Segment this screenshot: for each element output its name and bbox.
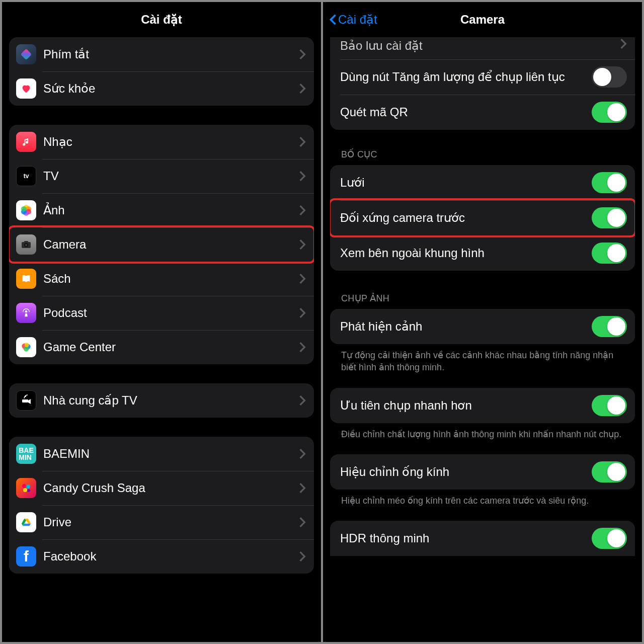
row-label: Hiệu chỉnh ống kính	[340, 464, 592, 479]
switch-volumeup[interactable]	[592, 66, 627, 88]
podcast-icon	[16, 303, 36, 323]
switch-lens[interactable]	[592, 461, 627, 482]
svg-point-20	[27, 489, 30, 492]
chevron-right-icon	[299, 307, 306, 318]
svg-point-19	[23, 488, 27, 492]
svg-point-15	[25, 343, 29, 347]
footer-lens: Hiệu chỉnh méo ống kính trên các camera …	[330, 490, 635, 521]
chevron-right-icon	[299, 395, 306, 406]
back-label: Cài đặt	[338, 13, 377, 27]
row-lens[interactable]: Hiệu chỉnh ống kính	[330, 454, 635, 490]
row-health[interactable]: Sức khỏe	[9, 71, 314, 106]
row-label: Ưu tiên chụp nhanh hơn	[340, 398, 592, 413]
row-scene[interactable]: Phát hiện cảnh	[330, 309, 635, 344]
row-label: Đối xứng camera trước	[340, 210, 592, 225]
baemin-icon: BAEMIN	[16, 444, 36, 464]
back-button[interactable]: Cài đặt	[329, 13, 377, 27]
chevron-right-icon	[299, 482, 306, 494]
row-books[interactable]: Sách	[9, 262, 314, 296]
row-label: Facebook	[43, 549, 295, 564]
row-grid[interactable]: Lưới	[330, 165, 635, 200]
row-preserve[interactable]: Bảo lưu cài đặt	[330, 37, 635, 59]
shortcuts-icon	[16, 44, 36, 64]
chevron-right-icon	[299, 171, 306, 182]
row-label: Quét mã QR	[340, 105, 592, 120]
section-header-layout: BỐ CỤC	[330, 144, 635, 165]
settings-group-1: Nhạc tv TV Ảnh Camera	[9, 125, 314, 364]
settings-group-0: Phím tắt Sức khỏe	[9, 37, 314, 106]
camera-pane: Cài đặt Camera Bảo lưu cài đặt Dùng nút …	[323, 2, 642, 642]
section-header-capture: CHỤP ẢNH	[330, 288, 635, 309]
camera-group-scene: Phát hiện cảnh	[330, 309, 635, 344]
row-hdr[interactable]: HDR thông minh	[330, 521, 635, 556]
chevron-left-icon	[329, 13, 337, 27]
camera-group-lens: Hiệu chỉnh ống kính	[330, 454, 635, 490]
row-podcast[interactable]: Podcast	[9, 296, 314, 330]
switch-faster[interactable]	[592, 395, 627, 416]
row-label: Lưới	[340, 175, 592, 190]
row-label: HDR thông minh	[340, 531, 592, 546]
switch-scene[interactable]	[592, 316, 627, 337]
row-label: BAEMIN	[43, 446, 295, 461]
row-faster[interactable]: Ưu tiên chụp nhanh hơn	[330, 388, 635, 423]
row-label: Drive	[43, 515, 295, 530]
tvprovider-icon	[16, 390, 36, 411]
row-photos[interactable]: Ảnh	[9, 193, 314, 227]
camera-group-hdr: HDR thông minh	[330, 521, 635, 556]
row-outside[interactable]: Xem bên ngoài khung hình	[330, 235, 635, 271]
row-drive[interactable]: Drive	[9, 505, 314, 539]
settings-content[interactable]: Phím tắt Sức khỏe Nhạc tv TV	[2, 37, 321, 642]
row-label: Sức khỏe	[43, 81, 295, 96]
camera-group-top: Bảo lưu cài đặt Dùng nút Tăng âm lượng đ…	[330, 37, 635, 130]
row-volumeup[interactable]: Dùng nút Tăng âm lượng để chụp liên tục	[330, 59, 635, 95]
chevron-right-icon	[299, 342, 306, 353]
svg-point-11	[25, 310, 28, 313]
row-label: Nhà cung cấp TV	[43, 393, 295, 408]
row-gamecenter[interactable]: Game Center	[9, 330, 314, 364]
row-label: Game Center	[43, 340, 295, 355]
svg-point-10	[25, 244, 27, 246]
row-label: Ảnh	[43, 203, 295, 218]
photos-icon	[16, 200, 36, 220]
svg-rect-0	[21, 49, 32, 60]
row-baemin[interactable]: BAEMIN BAEMIN	[9, 437, 314, 471]
drive-icon	[16, 512, 36, 532]
row-tvprovider[interactable]: Nhà cung cấp TV	[9, 383, 314, 418]
row-mirror[interactable]: Đối xứng camera trước	[330, 200, 635, 235]
row-candy[interactable]: Candy Crush Saga	[9, 471, 314, 505]
row-label: Sách	[43, 271, 295, 286]
chevron-right-icon	[299, 273, 306, 284]
chevron-right-icon	[299, 83, 306, 94]
settings-pane: Cài đặt Phím tắt Sức khỏe	[2, 2, 321, 642]
chevron-right-icon	[299, 136, 306, 147]
chevron-right-icon	[620, 38, 627, 49]
row-label: TV	[43, 169, 295, 184]
camera-content[interactable]: Bảo lưu cài đặt Dùng nút Tăng âm lượng đ…	[323, 37, 642, 642]
switch-mirror[interactable]	[592, 207, 627, 228]
row-shortcuts[interactable]: Phím tắt	[9, 37, 314, 71]
row-music[interactable]: Nhạc	[9, 125, 314, 159]
chevron-right-icon	[299, 205, 306, 216]
row-camera[interactable]: Camera	[9, 227, 314, 262]
switch-outside[interactable]	[592, 243, 627, 264]
chevron-right-icon	[299, 448, 306, 459]
gamecenter-icon	[16, 337, 36, 357]
row-label: Bảo lưu cài đặt	[340, 38, 616, 53]
row-facebook[interactable]: f Facebook	[9, 539, 314, 574]
switch-grid[interactable]	[592, 172, 627, 193]
camera-icon	[16, 234, 36, 255]
row-label: Xem bên ngoài khung hình	[340, 246, 592, 261]
row-qr[interactable]: Quét mã QR	[330, 95, 635, 130]
footer-faster: Điều chỉnh chất lượng hình ảnh thông min…	[330, 423, 635, 454]
chevron-right-icon	[299, 551, 306, 562]
settings-header: Cài đặt	[2, 2, 321, 37]
camera-header: Cài đặt Camera	[323, 2, 642, 37]
switch-qr[interactable]	[592, 102, 627, 123]
row-label: Phát hiện cảnh	[340, 319, 592, 334]
row-tv[interactable]: tv TV	[9, 159, 314, 193]
camera-group-faster: Ưu tiên chụp nhanh hơn	[330, 388, 635, 423]
row-label: Candy Crush Saga	[43, 480, 295, 496]
row-label: Nhạc	[43, 134, 295, 149]
chevron-right-icon	[299, 239, 306, 250]
switch-hdr[interactable]	[592, 528, 627, 549]
